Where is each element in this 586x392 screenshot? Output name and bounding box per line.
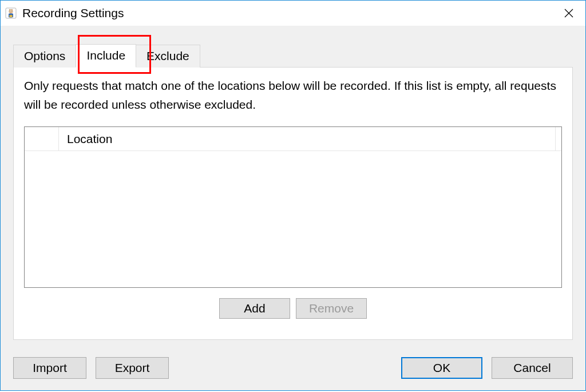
- window-title: Recording Settings: [22, 6, 124, 20]
- client-area: Options Include Exclude Only requests th…: [1, 26, 585, 390]
- bottom-left-buttons: Import Export: [13, 357, 169, 379]
- bottom-right-buttons: OK Cancel: [401, 357, 573, 379]
- tab-include[interactable]: Include: [76, 44, 136, 68]
- tabs-container: Options Include Exclude Only requests th…: [13, 44, 573, 340]
- svg-point-6: [11, 16, 11, 17]
- include-description: Only requests that match one of the loca…: [24, 77, 562, 114]
- column-header-location[interactable]: Location: [59, 127, 556, 151]
- titlebar-left: Recording Settings: [5, 6, 124, 20]
- dialog-button-bar: Import Export OK Cancel: [13, 357, 573, 379]
- svg-point-2: [10, 11, 10, 11]
- svg-point-3: [11, 11, 12, 11]
- svg-point-1: [9, 10, 13, 14]
- close-icon: [564, 9, 573, 18]
- list-buttons: Add Remove: [24, 298, 562, 319]
- recording-settings-window: Recording Settings Options Include Exclu…: [0, 0, 586, 391]
- cancel-button[interactable]: Cancel: [492, 357, 573, 379]
- add-button[interactable]: Add: [219, 298, 290, 319]
- tabstrip: Options Include Exclude: [13, 44, 573, 68]
- ok-button[interactable]: OK: [401, 357, 482, 379]
- app-icon: [5, 7, 17, 19]
- tab-options[interactable]: Options: [13, 45, 76, 68]
- include-panel: Only requests that match one of the loca…: [13, 67, 573, 340]
- svg-point-4: [10, 12, 11, 13]
- close-button[interactable]: [552, 1, 585, 26]
- column-header-checkbox[interactable]: [25, 127, 59, 151]
- locations-list[interactable]: Location: [24, 126, 562, 288]
- import-button[interactable]: Import: [13, 357, 86, 379]
- column-header-spacer: [556, 127, 561, 151]
- tab-exclude[interactable]: Exclude: [136, 45, 200, 68]
- remove-button[interactable]: Remove: [296, 298, 367, 319]
- export-button[interactable]: Export: [96, 357, 169, 379]
- titlebar: Recording Settings: [1, 1, 585, 26]
- list-header-row: Location: [25, 127, 561, 151]
